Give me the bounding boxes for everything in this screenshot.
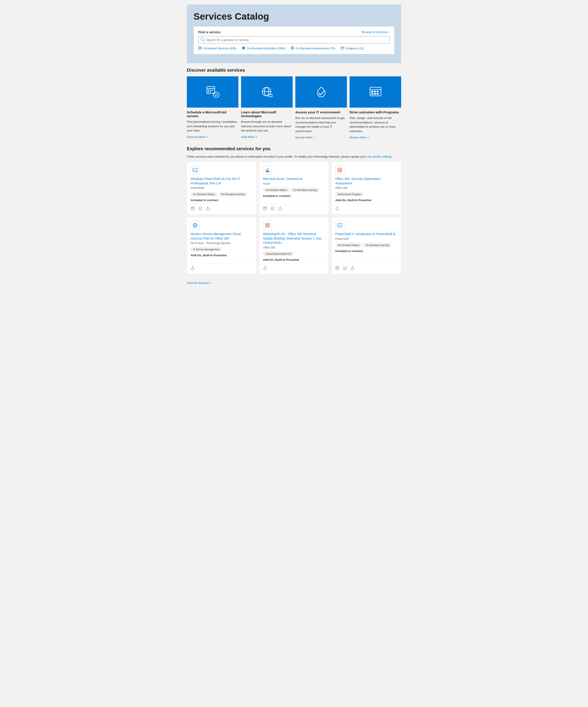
rec-card-office365-security: Office 365: Security Optimization Assess… <box>332 162 401 214</box>
share-icon-4[interactable] <box>191 266 195 270</box>
rec-card-title-6[interactable]: PowerShell 4: Introduction to PowerShell… <box>335 232 397 236</box>
filter-on-demand-education[interactable]: On-Demand Education (5384) <box>242 46 285 50</box>
search-input[interactable] <box>206 38 387 42</box>
share-icon-2[interactable] <box>278 206 282 210</box>
discover-more-link-3[interactable]: Browse More > <box>295 136 315 139</box>
programs-icon <box>341 46 344 50</box>
powershell4-icon <box>335 221 344 230</box>
rec-card-title-2[interactable]: Microsoft Azure: Overview ⧉ <box>263 177 325 181</box>
discover-more-link-1[interactable]: Discover More > <box>187 135 208 139</box>
cart-icon-2[interactable] <box>263 206 267 210</box>
view-all-services-link[interactable]: View All Services > <box>187 281 211 284</box>
share-icon-6[interactable] <box>350 266 354 270</box>
filter-programs-label: Programs (31) <box>346 47 364 50</box>
share-icon-1[interactable] <box>206 206 210 210</box>
filter-education-label: On-Demand Education (5384) <box>247 47 285 50</box>
recommended-grid: Windows PowerShell v4.0 for the IT Profe… <box>187 162 401 274</box>
share-icon-3[interactable] <box>335 206 339 210</box>
bookmark-icon-1[interactable] <box>198 206 202 210</box>
rec-card-footer-3 <box>335 204 397 210</box>
svg-point-35 <box>194 224 196 226</box>
filter-programs[interactable]: Programs (31) <box>341 46 364 50</box>
rec-card-workshopplus: WorkshopPLUS - Office 365 Technical Upda… <box>259 217 329 274</box>
rec-card-title-3[interactable]: Office 365: Security Optimization Assess… <box>335 177 397 186</box>
service-mgmt-icon <box>191 221 200 230</box>
office365-icon <box>335 166 344 175</box>
rec-card-tags-3: Assessment Program <box>335 192 397 196</box>
rec-card-subtitle-6: PowerShell <box>335 237 397 240</box>
tag-0-0: On-Demand Videos <box>191 192 217 196</box>
discover-card-image-assess <box>295 76 347 108</box>
profile-settings-link[interactable]: user profile settings. <box>367 155 393 158</box>
svg-rect-5 <box>212 90 213 91</box>
svg-rect-17 <box>374 91 376 93</box>
svg-rect-21 <box>377 93 379 95</box>
page-title: Services Catalog <box>194 11 394 22</box>
rec-card-footer-6 <box>335 264 397 270</box>
tag-3-0: IT Service Management <box>191 247 222 251</box>
tag-0-1: On-Demand Learning <box>218 192 247 196</box>
rec-card-subtitle-2: Azure <box>263 182 325 185</box>
svg-rect-32 <box>339 169 340 171</box>
rec-card-subtitle-1: PowerShell <box>191 187 253 190</box>
discover-card-schedule: Schedule a Microsoft-led service Find pe… <box>187 76 238 139</box>
discover-card-programs: Drive outcomes with Programs Plan, assig… <box>350 76 401 139</box>
recommended-section: Explore recommended services for you The… <box>187 146 401 274</box>
filter-on-demand-assessments[interactable]: On-Demand Assessments (75) <box>291 46 335 50</box>
rec-card-title-5[interactable]: WorkshopPLUS - Office 365 Technical Upda… <box>263 232 325 245</box>
discover-more-link-4[interactable]: Browse More > <box>350 136 369 139</box>
discover-card-title-4: Drive outcomes with Programs <box>350 110 401 114</box>
filter-tabs: Scheduled Services (828) On-Demand Educa… <box>198 46 390 50</box>
rec-card-azure: Microsoft Azure: Overview ⧉ Azure On-Dem… <box>259 162 329 214</box>
tag-1-1: On-Demand Learning <box>291 188 319 192</box>
discover-card-desc-3: Run an on-demand assessment to get recom… <box>295 116 347 133</box>
bookmark-icon-2[interactable] <box>271 206 275 210</box>
discover-card-desc-2: Browse through our on-demand learning re… <box>241 120 293 133</box>
discover-grid: Schedule a Microsoft-led service Find pe… <box>187 76 401 139</box>
cart-icon-6[interactable] <box>335 266 339 270</box>
rec-card-subtitle-5: Office 365 <box>263 246 325 249</box>
cart-icon-1[interactable] <box>191 206 195 210</box>
rec-card-footer-5 <box>263 264 325 270</box>
discover-card-desc-4: Plan, assign, and execute on the recomme… <box>350 116 401 133</box>
filter-scheduled-label: Scheduled Services (828) <box>203 47 236 50</box>
rec-card-footer-1 <box>191 204 253 210</box>
discover-card-title-1: Schedule a Microsoft-led service <box>187 110 238 118</box>
rec-card-contract-1: Included in contract <box>191 198 253 202</box>
rec-card-title-1[interactable]: Windows PowerShell v4.0 for the IT Profe… <box>191 177 253 186</box>
rec-card-footer-2 <box>263 204 325 210</box>
filter-scheduled-services[interactable]: Scheduled Services (828) <box>198 46 236 50</box>
rec-card-tags-2: On-Demand Videos On-Demand Learning <box>263 188 325 192</box>
svg-rect-20 <box>374 93 376 95</box>
assessment-icon <box>291 46 294 50</box>
rec-card-powershell-1: Windows PowerShell v4.0 for the IT Profe… <box>187 162 256 214</box>
powershell-icon <box>191 166 200 175</box>
tag-1-0: On-Demand Videos <box>263 188 289 192</box>
svg-rect-4 <box>210 90 211 91</box>
rec-card-contract-4: Add-On, Built-In Proactive <box>191 254 253 257</box>
rec-card-contract-5: Add-On, Built-In Proactive <box>263 258 325 261</box>
calendar-icon <box>198 46 202 50</box>
hero-header: Services Catalog Find a service Browse A… <box>187 4 401 63</box>
search-container: Find a service Browse All Services > <box>194 26 394 54</box>
rec-card-tags-1: On-Demand Videos On-Demand Learning <box>191 192 253 196</box>
tag-5-0: On-Demand Videos <box>335 243 361 247</box>
svg-rect-18 <box>377 91 379 93</box>
discover-card-learn: Learn about Microsoft technologies Brows… <box>241 76 293 139</box>
bookmark-icon-6[interactable] <box>343 266 347 270</box>
rec-card-powershell-4: PowerShell 4: Introduction to PowerShell… <box>332 217 401 274</box>
discover-more-link-2[interactable]: View More > <box>241 135 257 139</box>
share-icon-5[interactable] <box>263 266 267 270</box>
search-icon <box>201 38 204 42</box>
svg-rect-13 <box>269 95 272 96</box>
rec-card-subtitle-4: No Product · Technology Agnostic <box>191 241 253 245</box>
rec-card-subtitle-3: Office 365 <box>335 187 397 190</box>
rec-card-tags-6: On-Demand Videos On-Demand Learning <box>335 243 397 247</box>
rec-card-title-4[interactable]: Modern Service Management Cloud Success … <box>191 232 253 241</box>
rec-card-footer-4 <box>191 264 253 270</box>
browse-all-services-link[interactable]: Browse All Services > <box>362 30 390 34</box>
search-label: Find a service <box>198 30 220 34</box>
svg-rect-7 <box>210 91 211 92</box>
discover-section-title: Discover available services <box>187 68 401 73</box>
svg-rect-22 <box>193 168 197 172</box>
